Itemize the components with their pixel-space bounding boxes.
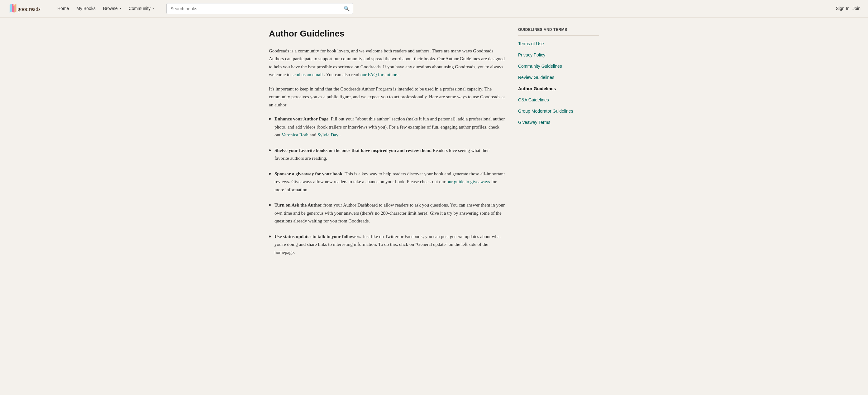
bullet-content: Enhance your Author Page. Fill out your … — [275, 115, 506, 139]
sidebar-item-terms: Terms of Use — [518, 40, 599, 48]
list-item: Turn on Ask the Author from your Author … — [269, 201, 506, 225]
header: goodreads Home My Books Browse ▾ Communi… — [0, 0, 868, 18]
bullet-dot — [269, 204, 271, 206]
bullet-bold: Turn on Ask the Author — [275, 202, 322, 207]
main-content: Author Guidelines Goodreads is a communi… — [262, 18, 606, 283]
sidebar-item-review: Review Guidelines — [518, 74, 599, 81]
bullet-content: Turn on Ask the Author from your Author … — [275, 201, 506, 225]
bullet-bold: Shelve your favorite books or the ones t… — [275, 148, 432, 153]
sidebar-item-author: Author Guidelines — [518, 85, 599, 92]
nav-browse[interactable]: Browse ▾ — [100, 3, 124, 14]
sidebar-item-privacy: Privacy Policy — [518, 51, 599, 59]
sidebar-item-moderator: Group Moderator Guidelines — [518, 107, 599, 115]
browse-dropdown-arrow: ▾ — [120, 6, 121, 11]
list-item: Use status updates to talk to your follo… — [269, 233, 506, 257]
sidebar-item-qa: Q&A Guidelines — [518, 96, 599, 104]
terms-of-use-link[interactable]: Terms of Use — [518, 41, 544, 46]
join-link[interactable]: Join — [852, 5, 861, 12]
list-item: Enhance your Author Page. Fill out your … — [269, 115, 506, 139]
nav-community[interactable]: Community ▾ — [126, 3, 157, 14]
sidebar-links: Terms of Use Privacy Policy Community Gu… — [518, 40, 599, 126]
svg-marker-2 — [10, 3, 12, 12]
bullet-bold: Sponsor a giveaway for your book. — [275, 171, 344, 176]
sidebar: GUIDELINES AND TERMS Terms of Use Privac… — [518, 27, 599, 264]
privacy-policy-link[interactable]: Privacy Policy — [518, 52, 545, 57]
sidebar-item-giveaway: Giveaway Terms — [518, 118, 599, 126]
qa-guidelines-link[interactable]: Q&A Guidelines — [518, 97, 549, 102]
group-moderator-guidelines-link[interactable]: Group Moderator Guidelines — [518, 109, 573, 114]
page-title: Author Guidelines — [269, 27, 506, 41]
community-guidelines-link[interactable]: Community Guidelines — [518, 64, 562, 68]
sidebar-section-title: GUIDELINES AND TERMS — [518, 27, 599, 35]
sylvia-day-link[interactable]: Sylvia Day — [317, 132, 338, 137]
nav-my-books[interactable]: My Books — [73, 3, 98, 14]
second-paragraph: It's important to keep in mind that the … — [269, 85, 506, 109]
review-guidelines-link[interactable]: Review Guidelines — [518, 75, 554, 80]
auth-links: Sign In Join — [836, 5, 861, 12]
nav-home[interactable]: Home — [54, 3, 72, 14]
search-input[interactable] — [167, 4, 341, 13]
faq-link[interactable]: our FAQ for authors — [361, 72, 399, 77]
sign-in-link[interactable]: Sign In — [836, 5, 849, 12]
logo[interactable]: goodreads — [7, 3, 45, 15]
author-guidelines-link[interactable]: Author Guidelines — [518, 86, 556, 91]
community-dropdown-arrow: ▾ — [152, 6, 154, 11]
intro-paragraph: Goodreads is a community for book lovers… — [269, 47, 506, 79]
search-area: 🔍 — [166, 3, 826, 14]
bullet-bold: Use status updates to talk to your follo… — [275, 234, 362, 239]
bullet-dot — [269, 235, 271, 237]
search-button[interactable]: 🔍 — [341, 3, 353, 14]
main-nav: Home My Books Browse ▾ Community ▾ — [54, 3, 157, 14]
giveaway-terms-link[interactable]: Giveaway Terms — [518, 120, 550, 125]
svg-text:goodreads: goodreads — [18, 6, 40, 12]
bullet-content: Sponsor a giveaway for your book. This i… — [275, 170, 506, 194]
bullet-dot — [269, 118, 271, 120]
content-area: Author Guidelines Goodreads is a communi… — [269, 27, 506, 264]
list-item: Sponsor a giveaway for your book. This i… — [269, 170, 506, 194]
bullet-list: Enhance your Author Page. Fill out your … — [269, 115, 506, 256]
bullet-content: Shelve your favorite books or the ones t… — [275, 147, 506, 163]
bullet-content: Use status updates to talk to your follo… — [275, 233, 506, 257]
giveaway-guide-link[interactable]: our guide to giveaways — [446, 179, 490, 184]
send-email-link[interactable]: send us an email — [291, 72, 323, 77]
list-item: Shelve your favorite books or the ones t… — [269, 147, 506, 163]
bullet-dot — [269, 173, 271, 175]
search-wrapper: 🔍 — [166, 3, 353, 14]
veronica-roth-link[interactable]: Veronica Roth — [282, 132, 308, 137]
sidebar-item-community: Community Guidelines — [518, 62, 599, 70]
bullet-bold: Enhance your Author Page. — [275, 116, 330, 121]
bullet-dot — [269, 149, 271, 151]
